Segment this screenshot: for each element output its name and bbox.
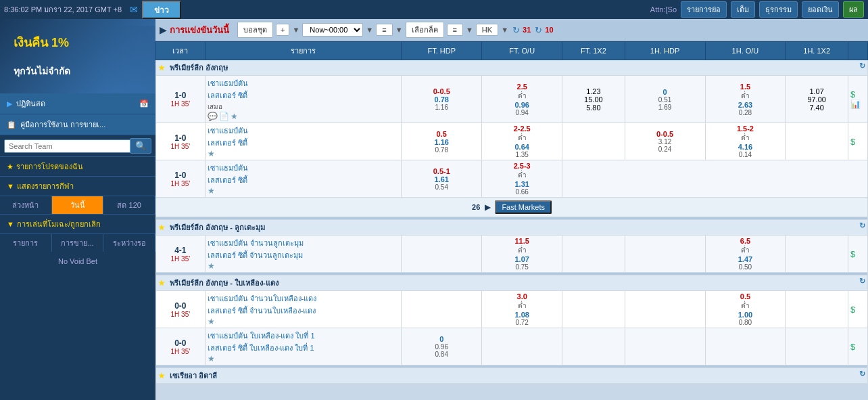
team1-link[interactable]: เซาแธมป์ตัน (208, 125, 400, 137)
ft-ou-cell[interactable]: 11.5 ต่ำ 1.07 0.75 (482, 236, 562, 273)
league4-label: เซเรียอา อิตาลี (170, 372, 217, 380)
team2-link[interactable]: เลสเตอร์ ซิตี้ ใบเหลือง-แดง ใบที่ 1 (208, 342, 400, 354)
ft-hdp-cell[interactable]: 0.5 1.16 0.78 (402, 123, 482, 160)
ft-hdp-cell[interactable]: 0.5-1 1.61 0.54 (402, 160, 482, 198)
ballset-button[interactable]: บอลชุด (237, 22, 273, 38)
sports-section[interactable]: ▼ แสดงรายการกีฬา (0, 177, 155, 196)
h1-ou-v1: 1.00 (708, 311, 783, 319)
h1-hdp-cell[interactable]: 0-0.5 3.12 0.24 (625, 123, 705, 160)
match-score-cell: 0-0 1H 35' (156, 328, 206, 365)
news-tab[interactable]: ข่าว (142, 1, 181, 19)
ft-ou-value: 2-2.5 (484, 125, 560, 133)
league-row-cards: ★ พรีเมียร์ลีก อังกฤษ - ใบเหลือง-แดง ↻ (156, 275, 868, 291)
time-select[interactable]: Now~00:00 (302, 23, 363, 37)
doc-icon[interactable]: 📄 (219, 112, 229, 121)
team1-link[interactable]: เซาแธมป์ตัน ใบเหลือง-แดง ใบที่ 1 (208, 330, 400, 342)
h1-1x2-cell[interactable]: 1.07 97.00 7.40 (786, 76, 848, 123)
dollar-icon4[interactable]: $ (850, 305, 855, 315)
guide-icon: 📋 (7, 120, 16, 129)
plus-button[interactable]: + (276, 24, 289, 36)
table-row: 1-0 1H 35' เซาแธมป์ตัน เลสเตอร์ ซิตี้ ★ … (156, 160, 868, 198)
h1-ou-cell[interactable]: 6.5 ต่ำ 1.47 0.50 (705, 236, 786, 273)
team2-link[interactable]: เลสเตอร์ ซิตี้ จำนวนลูกเตะมุม (208, 249, 400, 261)
ft-hdp-cell5[interactable]: 0 0.96 0.84 (402, 328, 482, 365)
sub-tab-list[interactable]: รายการ (0, 234, 52, 252)
calendar-button[interactable]: ▶ ปฏิทินสด 📅 (0, 93, 155, 114)
fast-markets-button[interactable]: Fast Markets (495, 200, 552, 214)
h1-ou-cell4[interactable]: 0.5 ต่ำ 1.00 0.80 (705, 291, 786, 328)
accounting-button[interactable]: ธุรกรรม (759, 1, 798, 18)
ft-ou-cell[interactable]: 2.5-3 ต่ำ 1.31 0.66 (482, 160, 562, 198)
ft-ou-value: 2.5 (484, 83, 560, 91)
ft-hdp-v1: 1.61 (404, 175, 479, 183)
league-refresh-icon[interactable]: ↻ (859, 62, 865, 70)
league-refresh-icon3[interactable]: ↻ (859, 277, 865, 286)
bookmark-icon[interactable]: ★ (231, 112, 238, 121)
league-refresh-icon2[interactable]: ↻ (859, 221, 865, 230)
bookmark-icon[interactable]: ★ (208, 149, 215, 158)
ft-ou-cell4[interactable]: 3.0 ต่ำ 1.08 0.72 (482, 291, 562, 328)
search-button[interactable]: 🔍 (130, 138, 151, 154)
dollar-icon[interactable]: $ (850, 89, 855, 99)
history-button[interactable]: รายการย่อ (681, 1, 727, 18)
ft-ou-cell[interactable]: 2.5 ต่ำ 0.96 0.94 (482, 76, 562, 123)
guide-button[interactable]: 📋 คู่มือการใช้งาน การขายเ... (0, 114, 155, 135)
refresh-icon1[interactable]: ↻ (512, 25, 520, 35)
dollar-icon3[interactable]: $ (850, 249, 855, 259)
h1-hdp-cell[interactable]: 0 0.51 1.69 (625, 76, 705, 123)
ft-hdp-cell[interactable]: 0-0.5 0.78 1.16 (402, 76, 482, 123)
league-refresh-icon4[interactable]: ↻ (859, 370, 865, 378)
tab-today[interactable]: วันนี้ (52, 196, 104, 214)
chat-icon[interactable]: 💬 (208, 112, 218, 121)
dollar-icon2[interactable]: $ (850, 137, 855, 147)
dollar-icon5[interactable]: $ (850, 342, 855, 352)
filter-button[interactable]: ≡ (376, 24, 392, 36)
team2-link[interactable]: เลสเตอร์ ซิตี้ จำนวนใบเหลือง-แดง (208, 305, 400, 317)
toolbar-arrow-icon[interactable]: ▶ (160, 24, 167, 35)
hk-button[interactable]: HK (476, 24, 498, 36)
favorites-section[interactable]: ★ รายการโปรดของฉัน (0, 157, 155, 177)
team2-link[interactable]: เลสเตอร์ ซิตี้ (208, 137, 400, 149)
bookmark-icon3[interactable]: ★ (208, 261, 215, 271)
h1-hdp-value: 0-0.5 (627, 130, 703, 138)
team2-link[interactable]: เลสเตอร์ ซิตี้ (208, 174, 400, 186)
refresh-icon2[interactable]: ↻ (535, 25, 542, 35)
sub-tab-waiting[interactable]: ระหว่างรอ (103, 234, 155, 252)
ft-ou-cell[interactable]: 2-2.5 ต่ำ 0.64 1.35 (482, 123, 562, 160)
match-teams-cell: เซาแธมป์ตัน เลสเตอร์ ซิตี้ ★ (205, 160, 402, 198)
ft-1x2-cell[interactable]: 1.23 15.00 5.80 (562, 76, 625, 123)
list-button[interactable]: ≡ (447, 24, 463, 36)
lock-button[interactable]: เลือกล็ค (406, 22, 444, 38)
team1-link[interactable]: เซาแธมป์ตัน (208, 77, 400, 89)
team1-link[interactable]: เซาแธมป์ตัน จำนวนใบเหลือง-แดง (208, 292, 400, 305)
score-display: 4-1 (158, 246, 203, 255)
league2-label: พรีเมียร์ลีก อังกฤษ - ลูกเตะมุม (170, 223, 265, 231)
team1-link[interactable]: เซาแธมป์ตัน (208, 162, 400, 174)
h1-ou-cell[interactable]: 1.5 ต่ำ 2.63 0.28 (705, 76, 786, 123)
chevron-down-icon: ▼ (7, 182, 14, 190)
live-time-display: 1H 35' (158, 143, 203, 150)
team1-link[interactable]: เซาแธมป์ตัน จำนวนลูกเตะมุม (208, 237, 400, 249)
tab-live[interactable]: สด 120 (103, 196, 155, 214)
bookmark-icon5[interactable]: ★ (208, 354, 215, 363)
result-button[interactable]: ผล (843, 1, 864, 18)
bookmark-icon[interactable]: ★ (208, 186, 215, 196)
bookmark-icon4[interactable]: ★ (208, 317, 215, 326)
bar-chart-icon[interactable]: 📊 (850, 99, 861, 109)
withdraw-button[interactable]: ยอดเงิน (802, 1, 839, 18)
fast-markets-count: 26 (472, 203, 480, 211)
ft-ou-value: 2.5-3 (484, 162, 560, 170)
search-input[interactable] (4, 139, 130, 153)
tab-prev[interactable]: ล่วงหน้า (0, 196, 52, 214)
team2-link[interactable]: เลสเตอร์ ซิตี้ (208, 89, 400, 102)
bets-section[interactable]: ▼ การเล่นที่โมเฉะ/ถูกยกเลิก (0, 215, 155, 234)
sub-tab-sell[interactable]: การขาย... (52, 234, 104, 252)
banner-line2: ทุกวันไม่จำกัด (7, 58, 77, 84)
full-button[interactable]: เต็ม (731, 1, 755, 18)
ft-ou-v1: 0.64 (484, 143, 560, 151)
h1-ou-v2: 0.80 (708, 319, 783, 326)
h1-ou-cell[interactable]: 1.5-2 ต่ำ 4.16 0.14 (705, 123, 786, 160)
ft-1x2-v1: 1.23 (564, 87, 622, 95)
calendar-icon: 📅 (139, 99, 149, 108)
search-icon: 🔍 (135, 141, 147, 151)
